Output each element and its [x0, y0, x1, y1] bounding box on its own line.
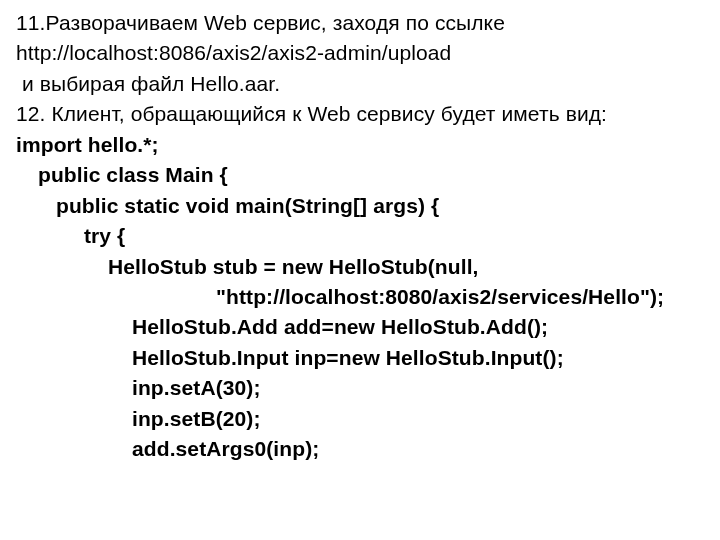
- code-line-class: public class Main {: [16, 160, 704, 190]
- document-body: 11.Разворачиваем Web сервис, заходя по с…: [16, 8, 704, 465]
- text-line-step12: 12. Клиент, обращающийся к Web сервису б…: [16, 99, 704, 129]
- code-line-setb: inp.setB(20);: [16, 404, 704, 434]
- text-line-step11a: 11.Разворачиваем Web сервис, заходя по с…: [16, 8, 704, 38]
- code-line-main: public static void main(String[] args) {: [16, 191, 704, 221]
- code-line-stub: HelloStub stub = new HelloStub(null,: [16, 252, 704, 282]
- code-line-seta: inp.setA(30);: [16, 373, 704, 403]
- code-line-setargs: add.setArgs0(inp);: [16, 434, 704, 464]
- code-line-input: HelloStub.Input inp=new HelloStub.Input(…: [16, 343, 704, 373]
- text-line-url1: http://localhost:8086/axis2/axis2-admin/…: [16, 38, 704, 68]
- text-line-step11b: и выбирая файл Hello.aar.: [16, 69, 704, 99]
- code-line-try: try {: [16, 221, 704, 251]
- code-line-url2: "http://localhost:8080/axis2/services/He…: [16, 282, 704, 312]
- code-line-add: HelloStub.Add add=new HelloStub.Add();: [16, 312, 704, 342]
- code-line-import: import hello.*;: [16, 130, 704, 160]
